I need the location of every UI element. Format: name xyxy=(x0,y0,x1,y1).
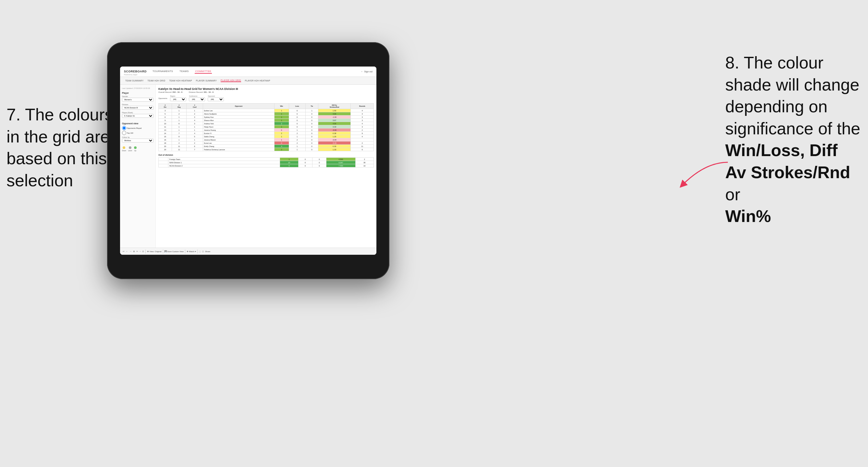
cell-win: 1 xyxy=(275,116,289,119)
forward-icon[interactable]: → xyxy=(129,250,132,252)
region-select[interactable]: (All) xyxy=(170,97,186,101)
colour-dot-up xyxy=(134,146,136,149)
nav-tournaments[interactable]: TOURNAMENTS xyxy=(152,70,174,74)
cell-win: 0 xyxy=(275,128,289,132)
circle-icon[interactable]: ⊙ xyxy=(142,250,144,253)
opponents-played-radio[interactable]: Opponents Played xyxy=(122,126,153,130)
cell-div: 16 xyxy=(159,138,172,142)
cell-win: 1 xyxy=(275,112,289,116)
annotation-left: 7. The colours in the grid are based on … xyxy=(6,104,117,191)
cell-reg: 11 xyxy=(172,145,186,148)
player-rank-label: Player (Rank) xyxy=(122,112,153,114)
cell-ood-diff: 7.400 xyxy=(327,164,355,167)
gender-select[interactable]: Women's xyxy=(122,98,153,101)
cell-opponent: Federica Domecq Lacroze xyxy=(203,148,274,151)
view-original-btn[interactable]: 👁 View: Original xyxy=(147,251,162,252)
toolbar-divider-1 xyxy=(145,250,146,253)
cell-div: 10 xyxy=(159,122,172,125)
tab-player-h2h-heatmap[interactable]: PLAYER H2H HEATMAP xyxy=(245,80,270,82)
cell-opponent: Eunice Yi xyxy=(203,132,274,135)
table-row: 18 2 2 Euna Lee 0 2 0 -5.00 2 xyxy=(159,142,374,145)
cell-tie: 0 xyxy=(306,135,318,138)
cell-diff: -3.00 xyxy=(318,128,350,132)
annotation-right: 8. The colour shade will change dependin… xyxy=(725,52,862,227)
cell-loss: 2 xyxy=(289,132,305,135)
back-icon[interactable]: ← xyxy=(126,250,128,252)
opponent-select[interactable]: (All) xyxy=(208,97,224,101)
col-diff: Diff AvStrokes/Rnd xyxy=(318,103,350,109)
main-content: Last Updated: 27/03/2024 16:55:38 Player… xyxy=(120,85,376,248)
conference-select[interactable]: (All) xyxy=(189,97,205,101)
cell-rounds: 9 xyxy=(351,132,374,135)
tab-team-h2h-grid[interactable]: TEAM H2H GRID xyxy=(148,80,165,82)
cell-diff: 3.33 xyxy=(318,125,350,128)
cell-conf: 1 xyxy=(187,125,203,128)
player-section-title: Player xyxy=(122,92,153,94)
nav-teams[interactable]: TEAMS xyxy=(179,70,189,74)
cell-loss: 2 xyxy=(289,142,305,145)
hex-icon[interactable]: ⬡ xyxy=(202,250,204,252)
nav-right: › Sign out xyxy=(362,70,373,73)
division-record: Division Record: 331 - 34 - 6 xyxy=(189,91,214,93)
col-div: #Div xyxy=(159,103,172,109)
tab-player-h2h-grid[interactable]: PLAYER H2H GRID xyxy=(221,79,241,82)
table-row: 6 1 3 Sydney Kuo 1 0 0 -1.00 3 xyxy=(159,116,374,119)
division-select[interactable]: NCAA Division III xyxy=(122,106,153,110)
cell-empty xyxy=(159,161,168,164)
cell-reg: 8 xyxy=(172,135,186,138)
tab-team-h2h-heatmap[interactable]: TEAM H2H HEATMAP xyxy=(169,80,192,82)
cell-conf: 1 xyxy=(187,138,203,142)
cut-icon[interactable]: ✂ xyxy=(136,250,138,253)
cell-tie: 0 xyxy=(306,138,318,142)
table-row: 16 1 1 Jessica Mason 1 2 0 -0.94 xyxy=(159,138,374,142)
cell-diff: 1.50 xyxy=(318,109,350,112)
top100-radio[interactable]: Top 100 xyxy=(122,131,153,135)
table-header-row: #Div #Reg #Conf Opponent Win Loss Tie Di… xyxy=(159,103,374,109)
cell-rounds xyxy=(351,138,374,142)
cell-div: 14 xyxy=(159,132,172,135)
cell-diff: 4.00 xyxy=(318,122,350,125)
cell-loss: 2 xyxy=(289,138,305,142)
tab-player-summary[interactable]: PLAYER SUMMARY xyxy=(196,80,217,82)
cell-conf: 3 xyxy=(187,122,203,125)
cell-ood-tie: 0 xyxy=(312,164,326,167)
bottom-toolbar: ↩ ← → ⊕ ✂ ~ ⊙ 👁 View: Original 💾 Save Cu… xyxy=(120,248,376,255)
region-filter: Region (All) xyxy=(170,95,186,101)
cell-reg: 1 xyxy=(172,116,186,119)
player-rank-select[interactable]: 8. Katelyn Vo xyxy=(122,114,153,118)
sidebar: Last Updated: 27/03/2024 16:55:38 Player… xyxy=(120,85,156,248)
tablet-screen: SCOREBOARD Powered by clippd TOURNAMENTS… xyxy=(120,66,376,255)
opponent-filter: Opponent (All) xyxy=(208,95,224,101)
annotation-win-pct: Win% xyxy=(725,207,771,225)
tilde-icon[interactable]: ~ xyxy=(140,250,141,252)
annotation-win-loss: Win/Loss, xyxy=(725,141,805,160)
nav-committee[interactable]: COMMITTEE xyxy=(195,70,212,74)
cell-reg: 6 xyxy=(172,122,186,125)
watch-btn[interactable]: 👁 Watch ▾ xyxy=(187,250,196,252)
colour-by-select[interactable]: Win/loss xyxy=(122,138,153,143)
colour-dot-level xyxy=(129,146,131,149)
colour-label-down: Down xyxy=(122,150,126,152)
cell-rounds: 3 xyxy=(351,125,374,128)
cell-rounds: 11 xyxy=(351,145,374,148)
tab-team-summary[interactable]: TEAM SUMMARY xyxy=(125,80,144,82)
cell-win: 4 xyxy=(275,145,289,148)
share-btn[interactable]: Share xyxy=(205,251,210,252)
cell-div: 11 xyxy=(159,125,172,128)
opponents-label: Opponents: xyxy=(158,97,167,99)
save-custom-view-btn[interactable]: 💾 Save Custom View xyxy=(164,250,184,252)
table-row: 9 1 4 Sharon Mun 1 0 0 3.67 3 xyxy=(159,119,374,122)
sign-out-link[interactable]: Sign out xyxy=(364,70,373,73)
undo-icon[interactable]: ↩ xyxy=(123,250,125,253)
grid-subtitle: Overall Record: 353 - 34 - 6 Division Re… xyxy=(158,91,374,93)
top-nav: SCOREBOARD Powered by clippd TOURNAMENTS… xyxy=(120,66,376,77)
grid-icon[interactable]: ⬚ xyxy=(199,250,201,252)
toolbar-divider-2 xyxy=(163,250,163,253)
toolbar-divider-3 xyxy=(185,250,185,253)
cell-ood-diff: 9.267 xyxy=(327,161,355,164)
cell-div: 6 xyxy=(159,116,172,119)
cell-opponent: Stella Cheng xyxy=(203,135,274,138)
cell-empty xyxy=(159,158,168,161)
add-icon[interactable]: ⊕ xyxy=(133,250,135,253)
cell-diff: -0.94 xyxy=(318,138,350,142)
